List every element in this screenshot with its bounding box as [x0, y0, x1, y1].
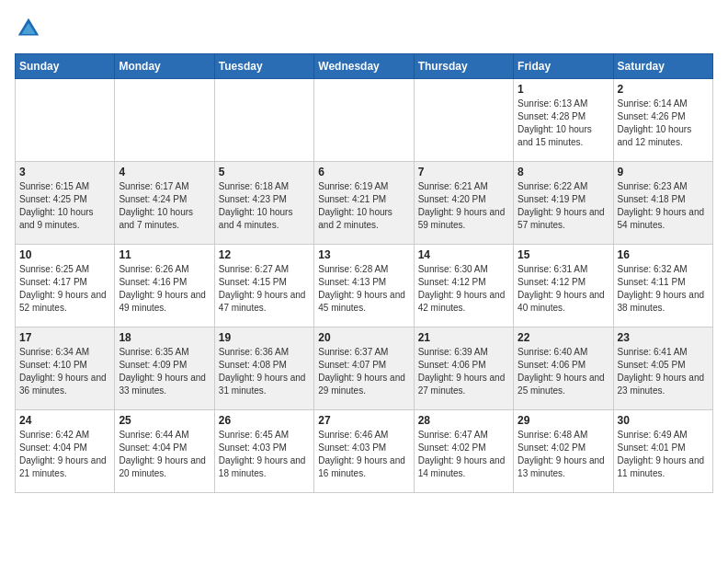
day-info: Sunrise: 6:37 AMSunset: 4:07 PMDaylight:…: [318, 346, 409, 397]
day-number: 14: [418, 248, 509, 261]
day-of-week-header: Thursday: [414, 54, 513, 79]
day-info: Sunrise: 6:31 AMSunset: 4:12 PMDaylight:…: [518, 263, 609, 315]
calendar-cell: [314, 79, 414, 162]
calendar-header: SundayMondayTuesdayWednesdayThursdayFrid…: [16, 54, 713, 79]
day-info: Sunrise: 6:15 AMSunset: 4:25 PMDaylight:…: [19, 180, 110, 232]
calendar-cell: 8Sunrise: 6:22 AMSunset: 4:19 PMDaylight…: [514, 162, 613, 245]
day-of-week-header: Sunday: [16, 54, 115, 79]
day-number: 9: [618, 166, 709, 178]
day-number: 1: [518, 83, 609, 96]
calendar-cell: 5Sunrise: 6:18 AMSunset: 4:23 PMDaylight…: [214, 162, 313, 245]
calendar-cell: 16Sunrise: 6:32 AMSunset: 4:11 PMDayligh…: [613, 245, 712, 327]
calendar-cell: 11Sunrise: 6:26 AMSunset: 4:16 PMDayligh…: [115, 245, 214, 327]
calendar-cell: 19Sunrise: 6:36 AMSunset: 4:08 PMDayligh…: [214, 327, 313, 410]
day-number: 23: [618, 331, 709, 344]
day-number: 6: [318, 166, 409, 178]
day-info: Sunrise: 6:27 AMSunset: 4:15 PMDaylight:…: [219, 263, 310, 315]
calendar-cell: 30Sunrise: 6:49 AMSunset: 4:01 PMDayligh…: [613, 410, 712, 493]
day-number: 25: [119, 414, 210, 427]
day-number: 12: [219, 248, 310, 261]
day-of-week-header: Wednesday: [314, 54, 414, 79]
calendar-cell: 22Sunrise: 6:40 AMSunset: 4:06 PMDayligh…: [514, 327, 613, 410]
calendar-cell: 7Sunrise: 6:21 AMSunset: 4:20 PMDaylight…: [414, 162, 513, 245]
day-number: 11: [119, 248, 210, 261]
page-header: [15, 15, 713, 42]
day-info: Sunrise: 6:26 AMSunset: 4:16 PMDaylight:…: [119, 263, 210, 315]
day-info: Sunrise: 6:41 AMSunset: 4:05 PMDaylight:…: [618, 346, 709, 397]
day-info: Sunrise: 6:40 AMSunset: 4:06 PMDaylight:…: [518, 346, 609, 397]
day-info: Sunrise: 6:39 AMSunset: 4:06 PMDaylight:…: [418, 346, 509, 397]
calendar-cell: [214, 79, 313, 162]
calendar-cell: 18Sunrise: 6:35 AMSunset: 4:09 PMDayligh…: [115, 327, 214, 410]
day-info: Sunrise: 6:46 AMSunset: 4:03 PMDaylight:…: [318, 429, 409, 480]
day-number: 3: [19, 166, 110, 178]
calendar-cell: 14Sunrise: 6:30 AMSunset: 4:12 PMDayligh…: [414, 245, 513, 327]
calendar-cell: 12Sunrise: 6:27 AMSunset: 4:15 PMDayligh…: [214, 245, 313, 327]
day-number: 4: [119, 166, 210, 178]
calendar-cell: 4Sunrise: 6:17 AMSunset: 4:24 PMDaylight…: [115, 162, 214, 245]
calendar-cell: 28Sunrise: 6:47 AMSunset: 4:02 PMDayligh…: [414, 410, 513, 493]
day-info: Sunrise: 6:17 AMSunset: 4:24 PMDaylight:…: [119, 180, 210, 232]
calendar-cell: 29Sunrise: 6:48 AMSunset: 4:02 PMDayligh…: [514, 410, 613, 493]
day-number: 20: [318, 331, 409, 344]
calendar-cell: 9Sunrise: 6:23 AMSunset: 4:18 PMDaylight…: [613, 162, 712, 245]
calendar-cell: 21Sunrise: 6:39 AMSunset: 4:06 PMDayligh…: [414, 327, 513, 410]
day-number: 24: [19, 414, 110, 427]
day-info: Sunrise: 6:45 AMSunset: 4:03 PMDaylight:…: [219, 429, 310, 480]
calendar-cell: [115, 79, 214, 162]
calendar-cell: 1Sunrise: 6:13 AMSunset: 4:28 PMDaylight…: [514, 79, 613, 162]
calendar-cell: 20Sunrise: 6:37 AMSunset: 4:07 PMDayligh…: [314, 327, 414, 410]
day-number: 22: [518, 331, 609, 344]
calendar-cell: 15Sunrise: 6:31 AMSunset: 4:12 PMDayligh…: [514, 245, 613, 327]
calendar-cell: 26Sunrise: 6:45 AMSunset: 4:03 PMDayligh…: [214, 410, 313, 493]
day-info: Sunrise: 6:21 AMSunset: 4:20 PMDaylight:…: [418, 180, 509, 232]
calendar-cell: 27Sunrise: 6:46 AMSunset: 4:03 PMDayligh…: [314, 410, 414, 493]
day-number: 18: [119, 331, 210, 344]
day-info: Sunrise: 6:30 AMSunset: 4:12 PMDaylight:…: [418, 263, 509, 315]
calendar-table: SundayMondayTuesdayWednesdayThursdayFrid…: [15, 53, 713, 493]
calendar-cell: 24Sunrise: 6:42 AMSunset: 4:04 PMDayligh…: [16, 410, 115, 493]
day-info: Sunrise: 6:49 AMSunset: 4:01 PMDaylight:…: [618, 429, 709, 480]
calendar-cell: 13Sunrise: 6:28 AMSunset: 4:13 PMDayligh…: [314, 245, 414, 327]
day-number: 8: [518, 166, 609, 178]
day-number: 26: [219, 414, 310, 427]
day-info: Sunrise: 6:25 AMSunset: 4:17 PMDaylight:…: [19, 263, 110, 315]
day-of-week-header: Tuesday: [214, 54, 313, 79]
day-info: Sunrise: 6:18 AMSunset: 4:23 PMDaylight:…: [219, 180, 310, 232]
calendar-cell: [414, 79, 513, 162]
day-number: 2: [618, 83, 709, 96]
day-info: Sunrise: 6:32 AMSunset: 4:11 PMDaylight:…: [618, 263, 709, 315]
calendar-cell: 3Sunrise: 6:15 AMSunset: 4:25 PMDaylight…: [16, 162, 115, 245]
day-info: Sunrise: 6:42 AMSunset: 4:04 PMDaylight:…: [19, 429, 110, 480]
calendar-cell: 25Sunrise: 6:44 AMSunset: 4:04 PMDayligh…: [115, 410, 214, 493]
day-number: 10: [19, 248, 110, 261]
logo: [15, 15, 48, 42]
day-info: Sunrise: 6:22 AMSunset: 4:19 PMDaylight:…: [518, 180, 609, 232]
day-of-week-header: Monday: [115, 54, 214, 79]
day-number: 19: [219, 331, 310, 344]
day-info: Sunrise: 6:35 AMSunset: 4:09 PMDaylight:…: [119, 346, 210, 397]
day-info: Sunrise: 6:36 AMSunset: 4:08 PMDaylight:…: [219, 346, 310, 397]
day-info: Sunrise: 6:47 AMSunset: 4:02 PMDaylight:…: [418, 429, 509, 480]
day-number: 28: [418, 414, 509, 427]
day-number: 17: [19, 331, 110, 344]
day-info: Sunrise: 6:44 AMSunset: 4:04 PMDaylight:…: [119, 429, 210, 480]
day-info: Sunrise: 6:23 AMSunset: 4:18 PMDaylight:…: [618, 180, 709, 232]
day-of-week-header: Saturday: [613, 54, 712, 79]
calendar-cell: 2Sunrise: 6:14 AMSunset: 4:26 PMDaylight…: [613, 79, 712, 162]
day-number: 29: [518, 414, 609, 427]
calendar-cell: [16, 79, 115, 162]
day-number: 16: [618, 248, 709, 261]
day-info: Sunrise: 6:28 AMSunset: 4:13 PMDaylight:…: [318, 263, 409, 315]
day-info: Sunrise: 6:34 AMSunset: 4:10 PMDaylight:…: [19, 346, 110, 397]
day-info: Sunrise: 6:13 AMSunset: 4:28 PMDaylight:…: [518, 98, 609, 149]
logo-icon: [15, 15, 42, 42]
calendar-cell: 10Sunrise: 6:25 AMSunset: 4:17 PMDayligh…: [16, 245, 115, 327]
day-info: Sunrise: 6:14 AMSunset: 4:26 PMDaylight:…: [618, 98, 709, 149]
day-number: 13: [318, 248, 409, 261]
day-number: 15: [518, 248, 609, 261]
calendar-cell: 17Sunrise: 6:34 AMSunset: 4:10 PMDayligh…: [16, 327, 115, 410]
day-number: 27: [318, 414, 409, 427]
day-info: Sunrise: 6:19 AMSunset: 4:21 PMDaylight:…: [318, 180, 409, 232]
day-number: 21: [418, 331, 509, 344]
